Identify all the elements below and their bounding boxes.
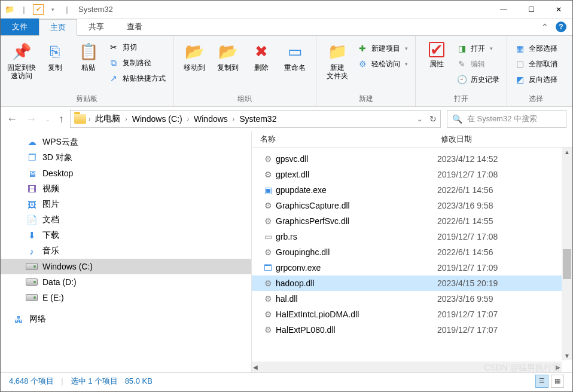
sidebar-item[interactable]: Data (D:) bbox=[1, 274, 251, 290]
open-button[interactable]: ◨打开▾ bbox=[454, 42, 502, 55]
open-icon: ◨ bbox=[456, 43, 467, 54]
rename-icon: ▭ bbox=[285, 42, 304, 61]
qat-check-icon[interactable]: ✔ bbox=[33, 4, 44, 15]
scroll-up-icon[interactable]: ▲ bbox=[564, 149, 570, 155]
moveto-button[interactable]: 📂移动到 bbox=[178, 38, 211, 72]
search-input[interactable]: 🔍 在 System32 中搜索 bbox=[447, 110, 566, 128]
tab-file[interactable]: 文件 bbox=[1, 19, 39, 35]
copy-button[interactable]: ⎘ 复制 bbox=[39, 38, 71, 72]
breadcrumb-item[interactable]: 此电脑 bbox=[93, 114, 123, 124]
file-row[interactable]: ⚙hadoop.dll2023/4/15 20:19 bbox=[252, 275, 572, 291]
sidebar-item[interactable]: ♪音乐 bbox=[1, 243, 251, 259]
file-row[interactable]: ⚙HalExtIntcLpioDMA.dll2019/12/7 17:07 bbox=[252, 307, 572, 322]
file-row[interactable]: ⚙gpsvc.dll2023/4/12 14:52 bbox=[252, 151, 572, 167]
breadcrumb-item[interactable]: System32 bbox=[237, 114, 279, 124]
forward-button[interactable]: → bbox=[26, 113, 36, 125]
sidebar-item[interactable]: ❒3D 对象 bbox=[1, 150, 251, 166]
ribbon-collapse-icon[interactable]: ⌃ bbox=[541, 22, 548, 32]
back-button[interactable]: ← bbox=[7, 113, 17, 125]
properties-button[interactable]: ✔属性 bbox=[420, 38, 453, 68]
copy-path-button[interactable]: ⧉复制路径 bbox=[106, 56, 168, 69]
select-none-button[interactable]: ▢全部取消 bbox=[512, 57, 560, 71]
folder-icon: 📁 bbox=[4, 4, 15, 15]
paste-button[interactable]: 📋 粘贴 bbox=[72, 38, 105, 72]
ribbon-group-clipboard: 📌 固定到快 速访问 ⎘ 复制 📋 粘贴 ✂剪切 ⧉复制路径 ↗粘贴快捷方式 剪… bbox=[1, 36, 173, 106]
file-date: 2022/6/1 14:56 bbox=[437, 185, 572, 195]
file-date: 2022/6/1 14:55 bbox=[437, 216, 572, 226]
rename-button[interactable]: ▭重命名 bbox=[279, 38, 311, 72]
scroll-right-icon[interactable]: ▶ bbox=[556, 364, 560, 370]
copyto-button[interactable]: 📂复制到 bbox=[212, 38, 244, 72]
chevron-right-icon[interactable]: › bbox=[125, 116, 127, 122]
sidebar-item[interactable]: ☁WPS云盘 bbox=[1, 134, 251, 150]
chevron-right-icon[interactable]: › bbox=[89, 116, 90, 122]
addr-dropdown-icon[interactable]: ⌄ bbox=[417, 115, 422, 123]
history-icon: 🕘 bbox=[456, 74, 467, 85]
new-group-label: 新建 bbox=[321, 93, 410, 105]
column-date[interactable]: 修改日期 bbox=[437, 134, 572, 145]
sidebar-item[interactable]: 🖧网络 bbox=[1, 311, 251, 327]
cloud-icon: ☁ bbox=[26, 137, 38, 148]
view-icons-button[interactable]: ▦ bbox=[551, 375, 564, 388]
file-row[interactable]: ⚙hal.dll2023/3/16 9:59 bbox=[252, 291, 572, 307]
folder-icon bbox=[74, 114, 86, 124]
file-row[interactable]: ⚙GraphicsCapture.dll2023/3/16 9:58 bbox=[252, 198, 572, 213]
new-item-button[interactable]: ✚新建项目▾ bbox=[355, 42, 410, 55]
file-row[interactable]: ▭grb.rs2019/12/7 17:08 bbox=[252, 229, 572, 244]
sidebar-label: 图片 bbox=[42, 199, 59, 210]
sidebar-item[interactable]: 🎞视频 bbox=[1, 181, 251, 197]
scroll-down-icon[interactable]: ▼ bbox=[564, 353, 570, 359]
history-button[interactable]: 🕘历史记录 bbox=[454, 73, 502, 86]
tab-share[interactable]: 共享 bbox=[77, 19, 115, 35]
search-placeholder: 在 System32 中搜索 bbox=[467, 114, 537, 124]
sidebar-label: Windows (C:) bbox=[42, 262, 93, 271]
sidebar-item[interactable]: 🖼图片 bbox=[1, 197, 251, 212]
select-all-button[interactable]: ▦全部选择 bbox=[512, 42, 560, 55]
file-list[interactable]: ⚙gpsvc.dll2023/4/12 14:52⚙gptext.dll2019… bbox=[252, 148, 572, 372]
edit-button[interactable]: ✎编辑 bbox=[454, 57, 502, 71]
sidebar-item[interactable]: 📄文档 bbox=[1, 212, 251, 228]
column-name[interactable]: 名称 bbox=[252, 134, 437, 145]
pin-quickaccess-button[interactable]: 📌 固定到快 速访问 bbox=[5, 38, 38, 80]
chevron-right-icon[interactable]: › bbox=[233, 116, 234, 122]
chevron-right-icon[interactable]: › bbox=[187, 116, 189, 122]
maximize-button[interactable]: ☐ bbox=[517, 1, 545, 19]
file-row[interactable]: ⚙gptext.dll2019/12/7 17:08 bbox=[252, 167, 572, 182]
minimize-button[interactable]: — bbox=[490, 1, 517, 19]
sidebar-item[interactable]: Windows (C:) bbox=[1, 259, 251, 274]
easy-access-button[interactable]: ⚙轻松访问▾ bbox=[355, 57, 410, 71]
file-row[interactable]: ⚙GraphicsPerfSvc.dll2022/6/1 14:55 bbox=[252, 213, 572, 229]
breadcrumb-item[interactable]: Windows (C:) bbox=[130, 114, 185, 124]
file-row[interactable]: 🗔grpconv.exe2019/12/7 17:09 bbox=[252, 260, 572, 275]
file-row[interactable]: ⚙HalExtPL080.dll2019/12/7 17:07 bbox=[252, 322, 572, 338]
sidebar-label: 文档 bbox=[42, 215, 59, 225]
vertical-scrollbar[interactable]: ▲ ▼ bbox=[562, 148, 572, 360]
copy-label: 复制 bbox=[48, 63, 62, 72]
invert-select-button[interactable]: ◩反向选择 bbox=[512, 73, 560, 86]
scroll-left-icon[interactable]: ◀ bbox=[253, 364, 258, 370]
refresh-button[interactable]: ↻ bbox=[429, 114, 437, 124]
tab-view[interactable]: 查看 bbox=[115, 19, 154, 35]
ribbon-group-select: ▦全部选择 ▢全部取消 ◩反向选择 选择 bbox=[507, 36, 565, 106]
qat-dropdown-icon[interactable]: ▾ bbox=[47, 4, 58, 15]
close-button[interactable]: ✕ bbox=[545, 1, 572, 19]
file-row[interactable]: ▣gpupdate.exe2022/6/1 14:56 bbox=[252, 182, 572, 198]
sidebar-item[interactable]: 🖥Desktop bbox=[1, 166, 251, 181]
sidebar-item[interactable]: ⬇下载 bbox=[1, 228, 251, 243]
cut-button[interactable]: ✂剪切 bbox=[106, 41, 168, 54]
address-bar[interactable]: › 此电脑 › Windows (C:) › Windows › System3… bbox=[70, 110, 441, 128]
recent-dropdown-icon[interactable]: ⌄ bbox=[45, 115, 50, 123]
scrollbar-thumb[interactable] bbox=[563, 249, 571, 279]
horizontal-scrollbar[interactable]: ◀ ▶ bbox=[252, 362, 562, 372]
help-icon[interactable]: ? bbox=[556, 22, 566, 32]
file-row[interactable]: ⚙Groupinghc.dll2022/6/1 14:56 bbox=[252, 244, 572, 260]
sidebar[interactable]: ☁WPS云盘❒3D 对象🖥Desktop🎞视频🖼图片📄文档⬇下载♪音乐Windo… bbox=[1, 131, 252, 372]
delete-button[interactable]: ✖删除 bbox=[245, 38, 278, 72]
breadcrumb-item[interactable]: Windows bbox=[191, 114, 230, 124]
view-details-button[interactable]: ☰ bbox=[535, 375, 548, 388]
up-button[interactable]: ↑ bbox=[59, 113, 64, 125]
sidebar-item[interactable]: E (E:) bbox=[1, 290, 251, 305]
tab-home[interactable]: 主页 bbox=[39, 19, 77, 36]
paste-shortcut-button[interactable]: ↗粘贴快捷方式 bbox=[106, 72, 168, 85]
new-folder-button[interactable]: 📁新建 文件夹 bbox=[321, 38, 353, 80]
